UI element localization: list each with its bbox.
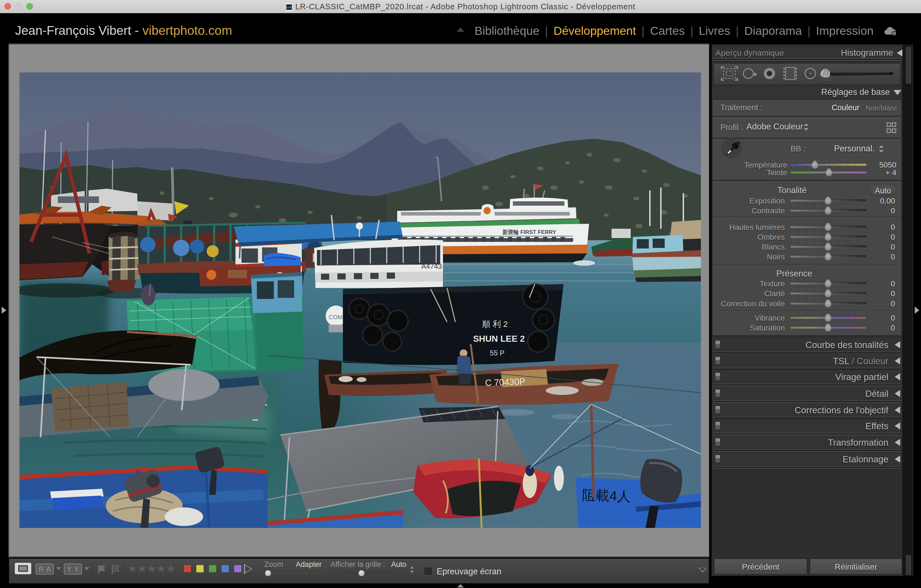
svg-text:SHUN LEE 2: SHUN LEE 2 [473,334,525,344]
svg-text:A4743: A4743 [421,262,442,270]
svg-text:!: ! [893,31,895,36]
svg-text:新渡輪 FIRST FERRY: 新渡輪 FIRST FERRY [502,229,557,235]
svg-text:順 利 2: 順 利 2 [482,319,508,329]
svg-text:C 70430P: C 70430P [485,376,526,388]
svg-text:55 P: 55 P [490,349,504,357]
svg-text:COM: COM [329,314,343,321]
svg-text:阻載4人: 阻載4人 [582,487,631,504]
